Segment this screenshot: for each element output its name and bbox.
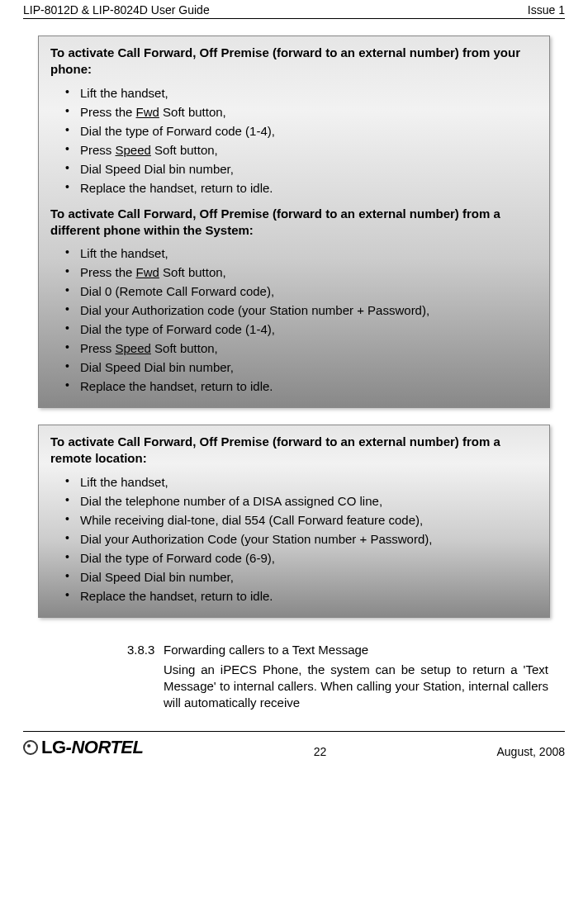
instruction-box-2: To activate Call Forward, Off Premise (f… <box>38 425 550 618</box>
list-item: Dial the type of Forward code (6-9), <box>80 548 538 567</box>
page-number: 22 <box>314 745 327 758</box>
box1-list-2: Lift the handset, Press the Fwd Soft but… <box>50 244 538 396</box>
section-heading: 3.8.3 Forwarding callers to a Text Messa… <box>127 643 565 657</box>
underline-text: Fwd <box>136 105 159 119</box>
text: Press <box>80 341 116 355</box>
list-item: Replace the handset, return to idle. <box>80 586 538 605</box>
text: Press the <box>80 105 136 119</box>
list-item: Dial Speed Dial bin number, <box>80 567 538 586</box>
section-body: Using an iPECS Phone, the system can be … <box>164 662 548 712</box>
list-item: Press Speed Soft button, <box>80 140 538 159</box>
box1-title: To activate Call Forward, Off Premise (f… <box>50 45 538 78</box>
instruction-box-1: To activate Call Forward, Off Premise (f… <box>38 36 550 408</box>
box1-list: Lift the handset, Press the Fwd Soft but… <box>50 83 538 197</box>
footer-date: August, 2008 <box>496 745 565 758</box>
section-number: 3.8.3 <box>127 643 164 657</box>
list-item: Dial Speed Dial bin number, <box>80 159 538 178</box>
list-item: Lift the handset, <box>80 472 538 491</box>
text: Soft button, <box>151 143 218 157</box>
underline-text: Fwd <box>136 265 159 279</box>
header-left: LIP-8012D & LIP-8024D User Guide <box>23 3 210 17</box>
logo-text: LG-NORTEL <box>41 737 143 758</box>
list-item: Dial the telephone number of a DISA assi… <box>80 491 538 510</box>
logo: LG-NORTEL <box>23 737 143 758</box>
list-item: Lift the handset, <box>80 83 538 102</box>
text: Press the <box>80 265 136 279</box>
list-item: Press Speed Soft button, <box>80 339 538 358</box>
page-container: LIP-8012D & LIP-8024D User Guide Issue 1… <box>0 0 588 768</box>
list-item: Dial Speed Dial bin number, <box>80 358 538 377</box>
section-title: Forwarding callers to a Text Message <box>164 643 368 657</box>
list-item: Replace the handset, return to idle. <box>80 178 538 197</box>
list-item: Press the Fwd Soft button, <box>80 263 538 282</box>
list-item: While receiving dial-tone, dial 554 (Cal… <box>80 510 538 529</box>
underline-text: Speed <box>116 341 151 355</box>
text: Soft button, <box>159 105 226 119</box>
box2-title: To activate Call Forward, Off Premise (f… <box>50 434 538 467</box>
page-footer: LG-NORTEL 22 August, 2008 <box>23 732 565 768</box>
list-item: Dial the type of Forward code (1-4), <box>80 320 538 339</box>
box2-list: Lift the handset, Dial the telephone num… <box>50 472 538 605</box>
text: Press <box>80 143 116 157</box>
list-item: Lift the handset, <box>80 244 538 263</box>
list-item: Dial your Authorization Code (your Stati… <box>80 529 538 548</box>
logo-icon <box>23 740 38 755</box>
list-item: Press the Fwd Soft button, <box>80 102 538 121</box>
text: Soft button, <box>159 265 226 279</box>
text: -NORTEL <box>66 737 144 757</box>
list-item: Dial your Authorization code (your Stati… <box>80 301 538 320</box>
underline-text: Speed <box>116 143 151 157</box>
list-item: Dial 0 (Remote Call Forward code), <box>80 282 538 301</box>
box1-subtitle: To activate Call Forward, Off Premise (f… <box>50 206 538 240</box>
list-item: Dial the type of Forward code (1-4), <box>80 121 538 140</box>
text: LG <box>41 737 66 757</box>
page-header: LIP-8012D & LIP-8024D User Guide Issue 1 <box>23 0 565 19</box>
header-right: Issue 1 <box>528 3 565 17</box>
text: Soft button, <box>151 341 218 355</box>
list-item: Replace the handset, return to idle. <box>80 377 538 396</box>
